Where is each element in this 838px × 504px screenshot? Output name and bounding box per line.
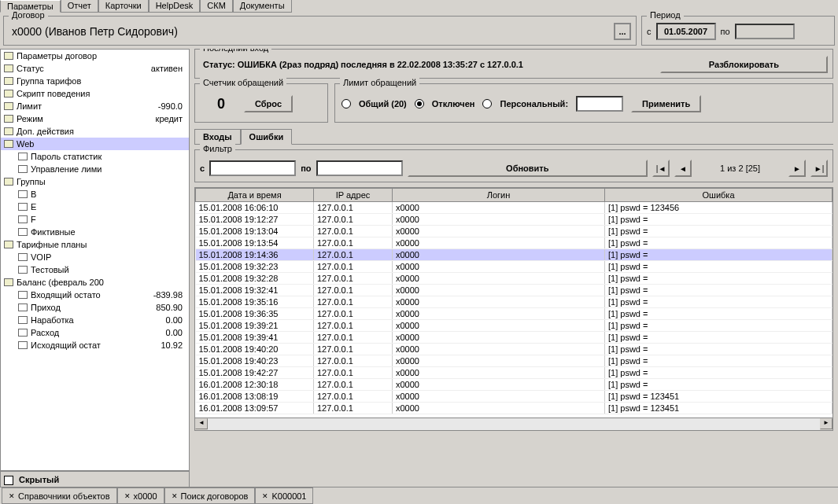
close-icon[interactable]: ✕ <box>172 492 178 500</box>
period-from-label: с <box>647 27 652 36</box>
tree-item[interactable]: Пароль статистик <box>15 150 189 163</box>
top-tab[interactable]: Отчет <box>61 0 98 13</box>
hidden-checkbox[interactable] <box>4 476 13 485</box>
unblock-button[interactable]: Разблокировать <box>660 56 828 73</box>
table-row[interactable]: 16.01.2008 13:09:57127.0.0.1x0000[1] psw… <box>196 403 832 414</box>
tree-item[interactable]: VOIP <box>15 251 189 263</box>
folder-icon <box>4 77 13 85</box>
table-row[interactable]: 15.01.2008 19:40:23127.0.0.1x0000[1] psw… <box>196 355 832 367</box>
tree-item[interactable]: Группа тарифов <box>1 75 189 87</box>
table-row[interactable]: 16.01.2008 13:08:19127.0.0.1x0000[1] psw… <box>196 391 832 403</box>
top-tab[interactable]: Карточки <box>98 0 149 13</box>
nav-prev-button[interactable]: ◄ <box>674 160 692 177</box>
hscroll-left-button[interactable]: ◄ <box>195 418 208 429</box>
tree-item-value: 850.90 <box>156 303 186 312</box>
table-row[interactable]: 15.01.2008 19:32:28127.0.0.1x0000[1] psw… <box>196 273 832 285</box>
period-from[interactable]: 01.05.2007 <box>656 23 716 40</box>
tree-item[interactable]: Управление лими <box>15 163 189 175</box>
file-icon <box>18 228 28 236</box>
tree-item[interactable]: Параметры договор <box>1 50 189 62</box>
tab-entries[interactable]: Входы <box>194 129 241 144</box>
tree-item[interactable]: E <box>15 200 189 213</box>
tree-item[interactable]: Доп. действия <box>1 125 189 138</box>
table-cell: 127.0.0.1 <box>314 308 393 320</box>
tree-item-label: Параметры договор <box>17 51 97 61</box>
top-tab[interactable]: Документы <box>233 0 292 13</box>
close-icon[interactable]: ✕ <box>262 492 268 500</box>
nav-next-button[interactable]: ► <box>788 160 806 177</box>
table-row[interactable]: 15.01.2008 19:40:20127.0.0.1x0000[1] psw… <box>196 344 832 355</box>
tab-errors[interactable]: Ошибки <box>241 129 293 145</box>
tree-item[interactable]: Скрипт поведения <box>1 87 189 100</box>
refresh-button[interactable]: Обновить <box>408 160 648 177</box>
tree-item[interactable]: Наработка0.00 <box>15 314 189 326</box>
filter-to-input[interactable] <box>316 160 403 176</box>
table-row[interactable]: 15.01.2008 19:32:23127.0.0.1x0000[1] psw… <box>196 261 832 273</box>
tree-item[interactable]: Тарифные планы <box>1 238 189 251</box>
tree-item[interactable]: Расход0.00 <box>15 326 189 339</box>
table-row[interactable]: 15.01.2008 19:42:27127.0.0.1x0000[1] psw… <box>196 367 832 379</box>
table-row[interactable]: 15.01.2008 16:06:10127.0.0.1x0000[1] psw… <box>196 202 832 214</box>
table-row[interactable]: 15.01.2008 19:39:21127.0.0.1x0000[1] psw… <box>196 320 832 332</box>
column-header[interactable]: Ошибка <box>605 189 832 202</box>
contract-browse-button[interactable]: ... <box>614 23 631 40</box>
hscroll-right-button[interactable]: ► <box>820 418 832 429</box>
tree-item[interactable]: Тестовый <box>15 263 189 276</box>
bottom-tab[interactable]: ✕K000001 <box>255 487 313 504</box>
tree-item-label: Фиктивные <box>31 227 76 237</box>
tree-item[interactable]: F <box>15 213 189 226</box>
table-cell: [1] pswd = <box>605 332 832 344</box>
table-row[interactable]: 15.01.2008 19:39:41127.0.0.1x0000[1] psw… <box>196 332 832 344</box>
table-row[interactable]: 15.01.2008 19:14:36127.0.0.1x0000[1] psw… <box>196 249 832 261</box>
table-cell: 15.01.2008 19:13:54 <box>196 237 314 249</box>
table-cell: x0000 <box>393 202 605 214</box>
column-header[interactable]: Дата и время <box>196 189 314 202</box>
table-row[interactable]: 15.01.2008 19:35:16127.0.0.1x0000[1] psw… <box>196 296 832 308</box>
close-icon[interactable]: ✕ <box>9 492 15 500</box>
tree-item-label: Статус <box>17 64 44 73</box>
nav-last-button[interactable]: ►| <box>810 160 828 177</box>
last-login-status: Статус: ОШИБКА (2раз подряд) последняя в… <box>200 57 655 72</box>
tree-item[interactable]: Фиктивные <box>15 226 189 238</box>
tree-item[interactable]: Режимкредит <box>1 112 189 125</box>
bottom-tab[interactable]: ✕x0000 <box>117 487 164 504</box>
tree-item-label: Управление лими <box>31 164 102 174</box>
error-grid[interactable]: Дата и времяIP адресЛогинОшибка 15.01.20… <box>194 187 833 418</box>
top-tab[interactable]: СКМ <box>200 0 233 13</box>
tree-item[interactable]: Web <box>1 138 189 150</box>
personal-limit-input[interactable] <box>576 96 623 112</box>
top-tab[interactable]: HelpDesk <box>149 0 201 13</box>
column-header[interactable]: Логин <box>393 189 605 202</box>
apply-button[interactable]: Применить <box>631 95 701 112</box>
table-row[interactable]: 16.01.2008 12:30:18127.0.0.1x0000[1] psw… <box>196 379 832 391</box>
sidebar-tree[interactable]: Параметры договорСтатусактивенГруппа тар… <box>0 49 190 471</box>
close-icon[interactable]: ✕ <box>124 492 131 500</box>
radio-disabled[interactable] <box>415 99 424 109</box>
period-to[interactable] <box>735 24 795 39</box>
tree-item[interactable]: Лимит-990.0 <box>1 100 189 112</box>
tree-item[interactable]: B <box>15 188 189 200</box>
tree-item[interactable]: Приход850.90 <box>15 301 189 314</box>
tree-item[interactable]: Статусактивен <box>1 62 189 75</box>
radio-personal[interactable] <box>482 99 492 109</box>
table-row[interactable]: 15.01.2008 19:13:04127.0.0.1x0000[1] psw… <box>196 226 832 237</box>
table-row[interactable]: 15.01.2008 19:32:41127.0.0.1x0000[1] psw… <box>196 285 832 296</box>
bottom-tab[interactable]: ✕Поиск договоров <box>164 487 256 504</box>
table-row[interactable]: 15.01.2008 19:36:35127.0.0.1x0000[1] psw… <box>196 308 832 320</box>
radio-common[interactable] <box>341 99 351 109</box>
tree-item[interactable]: Баланс (февраль 200 <box>1 276 189 289</box>
tree-item[interactable]: Группы <box>1 175 189 188</box>
bottom-tab[interactable]: ✕Справочники объектов <box>2 487 117 504</box>
table-cell: [1] pswd = <box>605 285 832 296</box>
column-header[interactable]: IP адрес <box>314 189 393 202</box>
table-row[interactable]: 15.01.2008 19:12:27127.0.0.1x0000[1] psw… <box>196 214 832 226</box>
table-row[interactable]: 15.01.2008 19:13:54127.0.0.1x0000[1] psw… <box>196 237 832 249</box>
nav-first-button[interactable]: |◄ <box>652 160 670 177</box>
reset-button[interactable]: Сброс <box>244 95 293 112</box>
folder-icon <box>4 241 13 248</box>
filter-from-input[interactable] <box>209 160 296 176</box>
tree-item[interactable]: Входящий остато-839.98 <box>15 289 189 301</box>
grid-hscrollbar[interactable]: ◄ ► <box>194 418 833 431</box>
tree-item-label: E <box>31 202 36 212</box>
tree-item[interactable]: Исходящий остат10.92 <box>15 339 189 351</box>
